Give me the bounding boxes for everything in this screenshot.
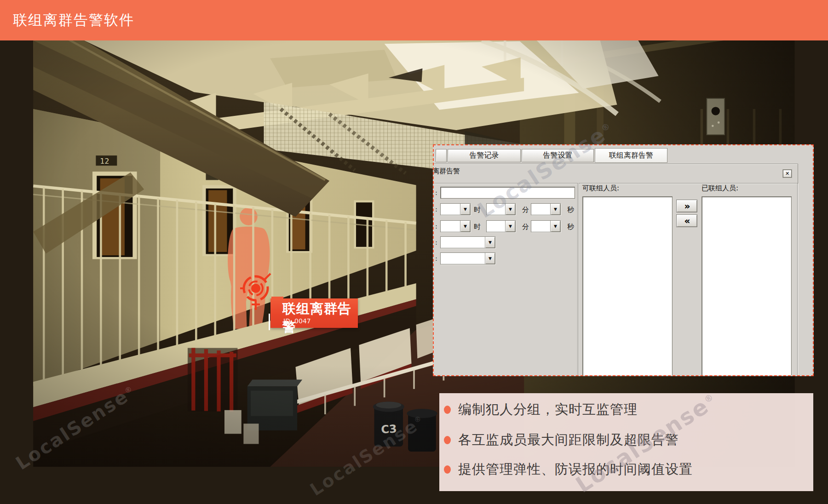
bullet-icon [444, 406, 451, 414]
group-name-input[interactable] [440, 187, 575, 199]
bullet-icon [444, 465, 451, 474]
start-minute-select[interactable]: ▼ [486, 203, 516, 215]
move-right-button[interactable]: » [676, 200, 697, 212]
bullet-icon [444, 436, 451, 444]
field-label-colon: : [435, 189, 437, 196]
hour-label: 时 [474, 206, 481, 214]
tab-group-separation-alarm[interactable]: 联组离群告警 [595, 148, 667, 163]
field-label-colon: : [435, 223, 437, 230]
close-icon[interactable]: ✕ [783, 170, 792, 178]
tag-accent-line [269, 314, 270, 330]
tab-alarm-records[interactable]: 告警记录 [448, 149, 521, 162]
chevron-down-icon[interactable]: ▼ [485, 253, 495, 264]
chevron-down-icon[interactable]: ▼ [505, 221, 515, 232]
chevron-down-icon[interactable]: ▼ [460, 204, 470, 215]
available-personnel-label: 可联组人员: [582, 184, 619, 193]
app-title: 联组离群告警软件 [13, 0, 134, 40]
option-select-1[interactable]: ▼ [440, 236, 495, 248]
feature-item: 编制犯人分组，实时互监管理 [444, 401, 638, 418]
start-hour-select[interactable]: ▼ [440, 203, 471, 215]
option-select-2-value[interactable] [441, 253, 485, 264]
option-select-2[interactable]: ▼ [440, 252, 495, 264]
option-select-1-value[interactable] [441, 237, 485, 248]
grouped-personnel-listbox[interactable] [702, 196, 792, 376]
chevron-down-icon[interactable]: ▼ [550, 221, 560, 232]
feature-text: 提供管理弹性、防误报的时间阈值设置 [458, 460, 693, 479]
panel-title: 离群告警 [433, 167, 460, 176]
tag-notch [271, 297, 283, 300]
title-bar: 联组离群告警软件 [0, 0, 828, 40]
feature-text: 各互监成员最大间距限制及超限告警 [458, 431, 679, 449]
start-second-select[interactable]: ▼ [531, 203, 561, 215]
hour-label: 时 [474, 223, 481, 231]
field-label-colon: : [435, 206, 437, 213]
move-left-button[interactable]: « [676, 214, 697, 227]
end-minute-value[interactable] [487, 221, 505, 232]
end-second-value[interactable] [531, 221, 550, 232]
end-hour-value[interactable] [441, 221, 460, 232]
second-label: 秒 [567, 206, 574, 214]
feature-summary-panel: 编制犯人分组，实时互监管理 各互监成员最大间距限制及超限告警 提供管理弹性、防误… [439, 393, 813, 491]
app-window: 12 [0, 0, 828, 504]
second-label: 秒 [567, 223, 574, 231]
end-hour-select[interactable]: ▼ [440, 220, 471, 232]
feature-item: 各互监成员最大间距限制及超限告警 [444, 432, 679, 448]
feature-text: 编制犯人分组，实时互监管理 [458, 401, 638, 419]
available-personnel-listbox[interactable] [582, 196, 673, 376]
end-second-select[interactable]: ▼ [531, 220, 561, 232]
chevron-down-icon[interactable]: ▼ [505, 204, 515, 215]
start-minute-value[interactable] [487, 204, 505, 215]
location-target-icon [238, 271, 275, 312]
tab-stub [436, 149, 447, 162]
start-second-value[interactable] [531, 204, 550, 215]
chevron-down-icon[interactable]: ▼ [550, 204, 560, 215]
chevron-down-icon[interactable]: ▼ [485, 237, 495, 248]
end-minute-select[interactable]: ▼ [486, 220, 516, 232]
separation-alarm-panel: 离群告警 ✕ : : : : : ▼ 时 ▼ 分 [433, 164, 798, 376]
chevron-down-icon[interactable]: ▼ [460, 221, 470, 232]
tab-alarm-settings[interactable]: 告警设置 [522, 149, 594, 162]
alarm-tag: 联组离群告警 ID: 0047 [270, 298, 358, 328]
field-label-colon: : [435, 239, 437, 246]
alarm-settings-dialog: 告警记录 告警设置 联组离群告警 离群告警 ✕ : : : : : ▼ 时 [433, 144, 814, 376]
minute-label: 分 [522, 223, 529, 231]
feature-item: 提供管理弹性、防误报的时间阈值设置 [444, 461, 693, 478]
minute-label: 分 [522, 206, 529, 214]
tag-person-id: ID: 0047 [283, 317, 311, 325]
grouped-personnel-label: 已联组人员: [702, 184, 738, 193]
start-hour-value[interactable] [441, 204, 460, 215]
field-label-colon: : [435, 255, 437, 262]
